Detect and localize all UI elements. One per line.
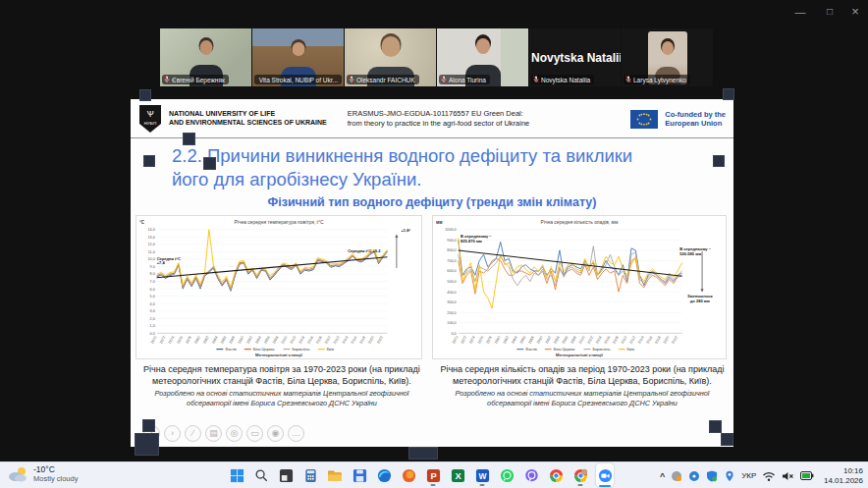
tray-app-icon-orange[interactable] [671,470,682,482]
svg-text:1996: 1996 [263,336,271,345]
start-button[interactable] [228,463,245,487]
edge-browser-button[interactable] [375,463,393,487]
svg-text:°C: °C [139,220,145,225]
svg-text:2010: 2010 [324,336,332,345]
selection-handle[interactable] [723,88,734,100]
app-dark-square[interactable] [277,463,295,487]
participant-tile[interactable]: Larysa Lytvynenko [622,28,713,86]
svg-text:мм: мм [436,220,443,225]
clock-time: 10:16 [824,466,863,476]
svg-text:2006: 2006 [306,336,314,345]
window-close-button[interactable]: × [846,3,864,21]
zoom-tool-button: ◎ [226,425,243,442]
svg-text:2014: 2014 [637,336,645,345]
selection-handle[interactable] [139,89,151,101]
tray-app-icon-blue[interactable] [688,470,700,482]
windows-security-shield-icon[interactable] [706,470,718,482]
whatsapp-button[interactable] [498,463,515,487]
svg-text:2008: 2008 [315,336,323,345]
svg-text:1992: 1992 [245,336,253,345]
svg-text:520-585 мм: 520-585 мм [679,251,701,256]
viber-icon [524,468,539,483]
weather-widget[interactable]: -10°C Mostly cloudy [7,464,78,483]
pen-tool-button: ∕ [185,425,201,442]
svg-text:+1,8°: +1,8° [401,228,410,233]
selection-handle[interactable] [143,155,155,167]
chart-caption-right: Річна середня кількість опадів за період… [439,364,726,387]
svg-text:P: P [430,470,436,480]
powerpoint-button[interactable]: P [424,463,442,487]
selection-handle[interactable] [721,433,733,446]
volume-muted-icon[interactable] [782,470,794,482]
svg-text:1976: 1976 [176,336,184,345]
selection-handle[interactable] [203,157,216,170]
chrome-button[interactable] [547,463,565,487]
svg-text:2018: 2018 [654,336,662,345]
svg-text:6,0: 6,0 [150,288,155,292]
selection-handle[interactable] [713,155,725,167]
participant-name: Larysa Lytvynenko [633,77,686,83]
svg-text:2012: 2012 [629,336,637,345]
participant-name: Євгеній Бережняк [172,77,225,83]
selection-handle[interactable] [142,419,155,432]
dark-square-app-icon [279,468,294,483]
svg-text:НУБіП: НУБіП [144,121,156,126]
battery-icon[interactable] [800,470,814,481]
viber-button[interactable] [522,463,540,487]
svg-text:10,0: 10,0 [147,257,154,261]
svg-text:Середня t°C +9,2: Середня t°C +9,2 [348,248,381,253]
taskbar-clock[interactable]: 10:16 14.01.2026 [824,466,863,487]
word-button[interactable]: W [473,463,491,487]
chrome-profile-button[interactable] [571,463,589,487]
participant-tile[interactable]: Alona Tiurina [437,28,528,86]
location-pin-icon[interactable] [724,470,735,482]
svg-text:1974: 1974 [468,336,476,345]
participant-name: Oleksandr FAICHUK [356,77,415,83]
svg-text:2012: 2012 [333,336,341,345]
zoom-app-button[interactable] [596,463,614,487]
svg-text:7,0: 7,0 [150,280,155,284]
selection-handle[interactable] [135,433,159,456]
clock-date: 14.01.2026 [824,476,863,486]
participant-tile[interactable]: Oleksandr FAICHUK [345,28,436,86]
search-button[interactable] [252,463,270,487]
selection-handle[interactable] [408,447,438,460]
selection-handle[interactable] [709,420,722,433]
participant-tile-active-speaker[interactable]: Vita Strokal, NUBiP of Ukr... [252,28,344,86]
window-minimize-button[interactable]: — [791,3,809,21]
selection-handle[interactable] [183,133,195,145]
svg-text:4,0: 4,0 [150,302,155,306]
participant-tile-camera-off[interactable]: Novytska Nataliia Novytska Nataliia [529,28,621,86]
svg-text:2000: 2000 [281,336,289,345]
whatsapp-icon [500,468,515,483]
excel-icon: X [451,468,465,483]
svg-text:Фастів: Фастів [225,348,237,352]
calculator-button[interactable] [301,463,319,487]
app-floppy[interactable] [351,463,368,487]
svg-text:2004: 2004 [595,336,603,345]
svg-text:500,0: 500,0 [447,280,456,284]
file-explorer-button[interactable] [326,463,344,487]
svg-text:Ѱ: Ѱ [146,109,153,119]
camera-button: ◉ [267,425,284,442]
participant-name-tag: Alona Tiurina [439,75,490,84]
excel-button[interactable]: X [449,463,466,487]
participant-name: Alona Tiurina [449,77,486,83]
svg-text:Фастів: Фастів [525,348,537,352]
weather-condition: Mostly cloudy [33,474,78,483]
captions-row: Річна середня температура повітря за 197… [138,364,726,407]
firefox-browser-button[interactable] [400,463,417,487]
wifi-icon[interactable] [762,470,776,482]
svg-text:1996: 1996 [562,336,570,345]
svg-text:1972: 1972 [461,336,468,345]
tray-expand-chevron-icon[interactable]: ^ [660,471,665,481]
window-maximize-button[interactable]: □ [821,3,839,21]
svg-text:Річна середня кількість опадів: Річна середня кількість опадів, мм [541,220,619,225]
slide-title: 2.2. Причини виникнення водного дефіциту… [172,144,720,191]
participant-tile[interactable]: Євгеній Бережняк [160,28,251,86]
word-icon: W [475,468,490,483]
keyboard-language-indicator[interactable]: УКР [741,471,756,480]
svg-text:1992: 1992 [545,336,553,345]
floppy-disk-app-icon [353,468,367,483]
mic-muted-icon [349,76,354,83]
